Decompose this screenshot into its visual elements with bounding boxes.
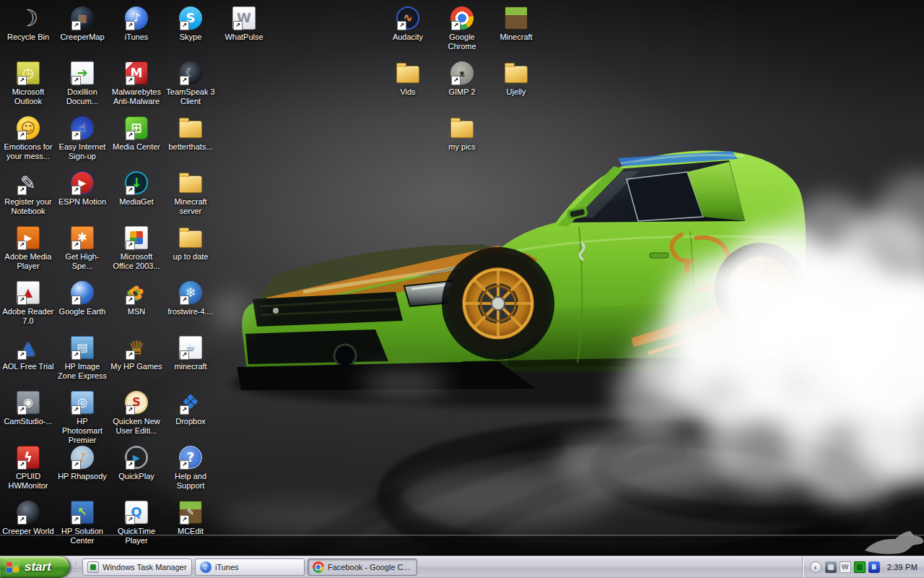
vids-folder-icon xyxy=(396,61,420,85)
desktop-icon-hp-photosmart-premier[interactable]: ◎↗HP Photosmart Premier xyxy=(55,390,110,445)
desktop-icon-mcedit[interactable]: ✎↗MCEdit xyxy=(163,500,218,536)
desktop-icon-gimp-2[interactable]: ᴥ↗GIMP 2 xyxy=(435,61,489,97)
hp-image-zone-express-icon: ▤↗ xyxy=(70,335,95,360)
shortcut-arrow-overlay: ↗ xyxy=(71,76,81,85)
desktop-icon-label: Dropbox xyxy=(163,417,218,426)
shortcut-arrow-overlay: ↗ xyxy=(126,350,135,360)
desktop-icon-msn[interactable]: ✿↗MSN xyxy=(109,280,164,316)
desktop[interactable]: ☽Recycle Bin▦↗CreeperMap♪↗iTunesS↗SkypeW… xyxy=(0,0,924,556)
desktop-icon-skype[interactable]: S↗Skype xyxy=(163,6,218,42)
creepermap-icon: ▦↗ xyxy=(70,6,95,30)
start-button[interactable]: start xyxy=(0,556,70,578)
desktop-icon-creepermap[interactable]: ▦↗CreeperMap xyxy=(55,6,110,42)
shortcut-arrow-overlay: ↗ xyxy=(451,76,461,85)
desktop-icon-label: Audacity xyxy=(380,33,435,42)
desktop-icon-quicktime-player[interactable]: Q↗QuickTime Player xyxy=(109,500,164,545)
desktop-icon-adobe-reader-7[interactable]: ▲↗Adobe Reader 7.0 xyxy=(1,280,56,326)
desktop-icon-malwarebytes-anti-malware[interactable]: M↗Malwarebytes Anti-Malware xyxy=(109,61,164,106)
desktop-icon-doxillion-document-converter[interactable]: ➔↗Doxillion Docum... xyxy=(55,61,110,106)
desktop-icon-itunes[interactable]: ♪↗iTunes xyxy=(109,6,164,42)
desktop-icon-vids-folder[interactable]: Vids xyxy=(380,61,435,97)
get-high-speed-icon: ✱↗ xyxy=(70,225,95,250)
desktop-icon-dropbox[interactable]: ❖↗Dropbox xyxy=(163,390,218,426)
mediaget-icon: ↓↗ xyxy=(124,171,149,195)
betterthats-folder-icon xyxy=(178,116,203,140)
desktop-icon-microsoft-office-2003[interactable]: ↗Microsoft Office 2003... xyxy=(109,225,164,271)
desktop-icon-hp-image-zone-express[interactable]: ▤↗HP Image Zone Express xyxy=(55,335,110,381)
dropbox-icon: ❖↗ xyxy=(178,390,203,415)
easy-internet-sign-up-icon: ☝↗ xyxy=(70,116,95,140)
task-windows-task-manager[interactable]: Windows Task Manager xyxy=(82,558,192,576)
desktop-icon-frostwire[interactable]: ❄↗frostwire-4.... xyxy=(163,280,218,316)
desktop-icon-whatpulse[interactable]: W↗WhatPulse xyxy=(217,6,271,42)
shortcut-arrow-overlay: ↗ xyxy=(71,296,81,305)
mcedit-icon: ✎↗ xyxy=(178,500,203,525)
desktop-icon-camstudio[interactable]: ◉↗CamStudio-... xyxy=(1,390,56,426)
task-button-area: Windows Task Manager♪iTunesFacebook - Go… xyxy=(81,556,419,578)
desktop-icon-minecraft[interactable]: Minecraft xyxy=(489,6,544,42)
desktop-icon-quicken-new-user-edition[interactable]: S↗Quicken New User Editi... xyxy=(109,390,164,436)
ujelly-folder-icon xyxy=(504,61,528,85)
desktop-icon-aol-free-trial[interactable]: ▲↗AOL Free Trial xyxy=(1,335,56,371)
desktop-icon-label: Microsoft Office 2003... xyxy=(109,252,164,271)
shortcut-arrow-overlay: ↗ xyxy=(17,350,27,360)
desktop-icon-emoticons[interactable]: ☺↗Emoticons for your mess... xyxy=(1,116,56,161)
desktop-icon-betterthats-folder[interactable]: betterthats... xyxy=(163,116,218,152)
desktop-icon-hp-solution-center[interactable]: ↖↗HP Solution Center xyxy=(55,500,110,545)
desktop-icon-ujelly-folder[interactable]: Ujelly xyxy=(489,61,544,97)
desktop-icon-minecraft-java-file[interactable]: ☕↗minecraft xyxy=(163,335,218,371)
desktop-icon-google-earth[interactable]: ↗Google Earth xyxy=(55,280,110,316)
desktop-icon-my-hp-games[interactable]: ♕↗My HP Games xyxy=(109,335,164,371)
start-button-label: start xyxy=(25,560,51,574)
task-itunes-icon: ♪ xyxy=(200,561,212,573)
desktop-icon-my-pics-folder[interactable]: my pics xyxy=(435,116,489,152)
shortcut-arrow-overlay: ↗ xyxy=(17,241,27,250)
recycle-bin-icon: ☽ xyxy=(16,6,40,30)
desktop-icon-minecraft-server-folder[interactable]: Minecraft server xyxy=(163,171,218,216)
desktop-icon-grid: ☽Recycle Bin▦↗CreeperMap♪↗iTunesS↗SkypeW… xyxy=(0,0,924,556)
desktop-icon-label: Adobe Media Player xyxy=(1,252,56,271)
microsoft-office-2003-icon: ↗ xyxy=(124,225,149,250)
cpuid-hwmonitor-icon: ϟ↗ xyxy=(16,445,40,470)
desktop-icon-creeper-world[interactable]: ↗Creeper World xyxy=(1,500,56,536)
audacity-icon: ∿↗ xyxy=(396,6,420,30)
desktop-icon-up-to-date-folder[interactable]: up to date xyxy=(163,225,218,262)
shortcut-arrow-overlay: ↗ xyxy=(180,21,189,30)
network-activity-tray-icon[interactable]: ▦ xyxy=(854,561,866,573)
quick-launch-handle[interactable] xyxy=(70,556,81,578)
shortcut-arrow-overlay: ↗ xyxy=(126,241,135,250)
desktop-icon-mediaget[interactable]: ↓↗MediaGet xyxy=(109,171,164,207)
desktop-icon-quickplay[interactable]: ▶↗QuickPlay xyxy=(109,445,164,481)
desktop-icon-register-your-notebook[interactable]: ✎↗Register your Notebook xyxy=(1,171,56,216)
desktop-icon-hp-rhapsody[interactable]: ♪↗HP Rhapsody xyxy=(55,445,110,481)
desktop-icon-adobe-media-player[interactable]: ▶↗Adobe Media Player xyxy=(1,225,56,271)
desktop-icon-google-chrome[interactable]: ↗Google Chrome xyxy=(435,6,489,51)
desktop-icon-recycle-bin[interactable]: ☽Recycle Bin xyxy=(1,6,56,42)
shortcut-arrow-overlay: ↗ xyxy=(17,76,27,85)
desktop-icon-espn-motion[interactable]: ▶↗ESPN Motion xyxy=(55,171,110,207)
task-facebook-google-chrome[interactable]: Facebook - Google C... xyxy=(308,558,417,576)
hp-rhapsody-icon: ♪↗ xyxy=(70,445,95,470)
shortcut-arrow-overlay: ↗ xyxy=(126,186,135,195)
task-itunes[interactable]: ♪iTunes xyxy=(195,558,305,576)
tray-chevron-button[interactable]: ‹ xyxy=(810,561,821,573)
desktop-icon-media-center[interactable]: ⊞↗Media Center xyxy=(109,116,164,152)
bluetooth-tray-icon[interactable]: B xyxy=(868,561,880,573)
task-windows-task-manager-icon xyxy=(87,561,99,573)
shortcut-arrow-overlay: ↗ xyxy=(17,186,27,195)
shortcut-arrow-overlay: ↗ xyxy=(180,405,189,415)
remote-display-tray-icon[interactable] xyxy=(825,561,837,573)
desktop-icon-teamspeak-3-client[interactable]: ☾↗TeamSpeak 3 Client xyxy=(163,61,218,106)
desktop-icon-get-high-speed[interactable]: ✱↗Get High-Spe... xyxy=(55,225,110,271)
desktop-icon-easy-internet-sign-up[interactable]: ☝↗Easy Internet Sign-up xyxy=(55,116,110,161)
desktop-icon-help-and-support[interactable]: ?↗Help and Support xyxy=(163,445,218,491)
desktop-icon-label: MediaGet xyxy=(109,197,164,207)
taskbar-clock: 2:39 PM xyxy=(887,563,918,571)
skype-icon: S↗ xyxy=(178,6,203,30)
desktop-icon-microsoft-outlook[interactable]: ◷↗Microsoft Outlook xyxy=(1,61,56,106)
itunes-icon: ♪↗ xyxy=(124,6,149,30)
desktop-icon-cpuid-hwmonitor[interactable]: ϟ↗CPUID HWMonitor xyxy=(1,445,56,491)
desktop-icon-audacity[interactable]: ∿↗Audacity xyxy=(380,6,435,42)
whatpulse-tray-icon[interactable]: W xyxy=(840,561,851,573)
desktop-icon-label: QuickPlay xyxy=(109,472,164,481)
